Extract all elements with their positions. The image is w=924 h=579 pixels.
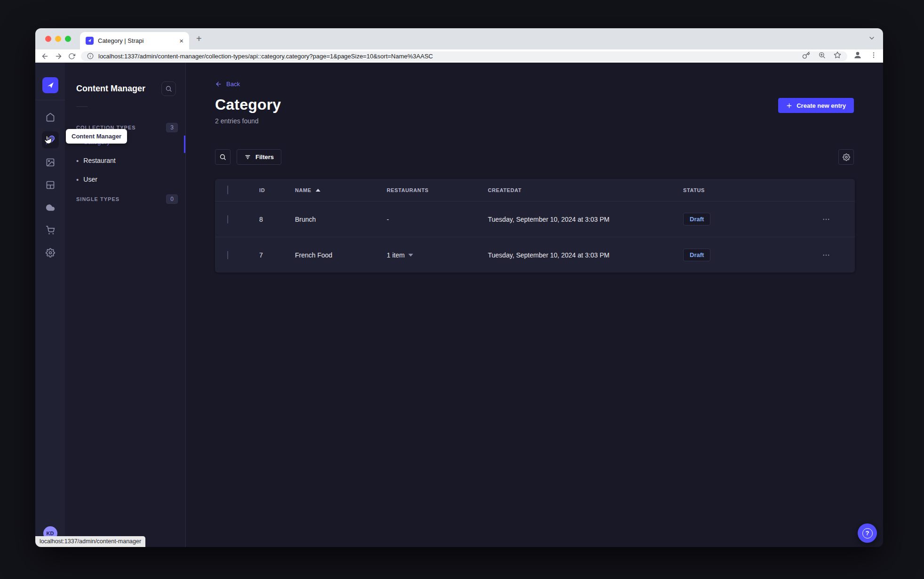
bullet-icon: • [76, 176, 79, 183]
sidebar-item-restaurant[interactable]: • Restaurant [76, 151, 185, 170]
sidebar-item-label: Restaurant [83, 157, 115, 164]
table-search-button[interactable] [215, 149, 231, 165]
nav-media-library-icon[interactable] [42, 154, 59, 171]
nav-marketplace-icon[interactable] [42, 222, 59, 239]
chevron-down-icon [408, 254, 413, 257]
cell-id: 8 [259, 216, 295, 223]
page-title: Category [215, 96, 281, 113]
status-badge: Draft [683, 249, 710, 261]
close-window-button[interactable] [45, 36, 51, 42]
subnav-divider [76, 106, 88, 107]
tab-title: Category | Strapi [98, 37, 175, 44]
select-all-checkbox[interactable] [227, 185, 228, 194]
browser-window: Category | Strapi × + localhost:1337/adm… [35, 28, 883, 547]
row-checkbox[interactable] [227, 251, 228, 259]
sort-ascending-icon [316, 189, 320, 192]
plus-icon [786, 103, 792, 109]
tab-close-icon[interactable]: × [179, 37, 183, 44]
table-header-row: ID NAME RESTAURANTS CREATEDAT STATUS [215, 179, 855, 201]
new-tab-button[interactable]: + [196, 33, 202, 44]
url-text[interactable]: localhost:1337/admin/content-manager/col… [98, 53, 433, 60]
table-row[interactable]: 7 French Food 1 item Tuesday, September … [215, 237, 855, 273]
content-manager-tooltip: Content Manager [66, 129, 127, 144]
bullet-icon: • [76, 157, 79, 164]
column-header-createdat[interactable]: CREATEDAT [488, 187, 683, 193]
cell-id: 7 [259, 251, 295, 259]
back-label: Back [226, 80, 240, 88]
column-header-status[interactable]: STATUS [683, 187, 822, 193]
forward-nav-icon[interactable] [55, 52, 63, 60]
hand-cursor-icon [43, 134, 53, 146]
entries-table: ID NAME RESTAURANTS CREATEDAT STATUS 8 B… [215, 179, 855, 273]
view-settings-button[interactable] [838, 149, 854, 165]
filters-button[interactable]: Filters [237, 149, 281, 165]
status-badge: Draft [683, 213, 710, 225]
strapi-favicon-icon [86, 37, 94, 45]
cell-name: French Food [295, 251, 387, 259]
nav-cloud-icon[interactable] [42, 199, 59, 216]
traffic-lights [45, 36, 71, 42]
url-bar[interactable]: localhost:1337/admin/content-manager/col… [81, 51, 847, 61]
browser-toolbar: localhost:1337/admin/content-manager/col… [35, 49, 883, 63]
help-button[interactable]: ? [858, 523, 877, 543]
nav-settings-icon[interactable] [42, 244, 59, 261]
filter-icon [244, 153, 251, 161]
password-manager-icon[interactable] [802, 51, 810, 61]
strapi-app: KD Content Manager COLLECTION TYPES 3 • … [35, 63, 883, 547]
row-actions-button[interactable] [822, 251, 855, 259]
subnav-title: Content Manager [76, 84, 145, 94]
bookmark-star-icon[interactable] [834, 51, 841, 61]
question-mark-icon: ? [862, 528, 873, 539]
single-types-label: SINGLE TYPES [76, 196, 119, 202]
row-actions-button[interactable] [822, 215, 855, 224]
sidebar-item-label: User [83, 176, 97, 183]
site-info-icon[interactable] [87, 53, 94, 59]
reload-icon[interactable] [68, 53, 75, 60]
zoom-window-button[interactable] [65, 36, 71, 42]
back-arrow-icon [215, 80, 222, 88]
back-nav-icon[interactable] [41, 52, 49, 60]
single-types-count-badge: 0 [166, 194, 178, 204]
column-header-restaurants[interactable]: RESTAURANTS [387, 187, 488, 193]
collection-types-count-badge: 3 [166, 123, 178, 132]
zoom-page-icon[interactable] [818, 51, 826, 61]
tab-strip: Category | Strapi × + [35, 28, 883, 49]
create-new-entry-button[interactable]: Create new entry [778, 98, 854, 113]
cell-createdat: Tuesday, September 10, 2024 at 3:03 PM [488, 216, 683, 223]
nav-home-icon[interactable] [42, 109, 59, 126]
cell-name: Brunch [295, 216, 387, 223]
subnav-search-button[interactable] [161, 81, 176, 96]
browser-tab[interactable]: Category | Strapi × [80, 32, 189, 49]
browser-profile-icon[interactable] [853, 50, 862, 62]
sidebar-item-user[interactable]: • User [76, 170, 185, 189]
rail-divider [35, 100, 65, 100]
tab-search-chevron-icon[interactable] [868, 34, 876, 44]
nav-content-type-builder-icon[interactable] [42, 177, 59, 193]
browser-menu-icon[interactable] [870, 51, 877, 61]
table-row[interactable]: 8 Brunch - Tuesday, September 10, 2024 a… [215, 201, 855, 237]
row-checkbox[interactable] [227, 215, 228, 224]
minimize-window-button[interactable] [55, 36, 61, 42]
gear-icon [843, 153, 850, 161]
link-preview-status-bar: localhost:1337/admin/content-manager [35, 536, 145, 547]
back-link[interactable]: Back [215, 80, 240, 88]
main-content: Back Category 2 entries found Create new… [186, 63, 883, 547]
column-header-name[interactable]: NAME [295, 187, 387, 193]
cell-restaurants: - [387, 216, 488, 223]
cell-createdat: Tuesday, September 10, 2024 at 3:03 PM [488, 251, 683, 259]
strapi-logo[interactable] [42, 77, 58, 93]
cell-restaurants[interactable]: 1 item [387, 251, 488, 259]
active-item-indicator [184, 136, 185, 153]
column-header-id[interactable]: ID [259, 187, 295, 193]
entries-count: 2 entries found [215, 117, 281, 125]
